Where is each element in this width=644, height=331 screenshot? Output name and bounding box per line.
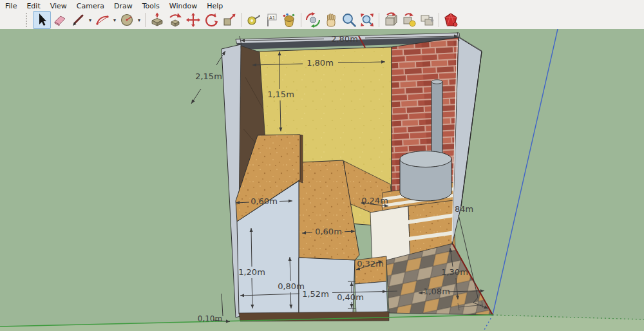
pencil-icon — [70, 12, 86, 28]
move-icon — [185, 12, 201, 28]
bench-front-mid[interactable] — [299, 258, 355, 314]
stove-top — [400, 151, 451, 167]
menu-item-draw[interactable]: Draw — [114, 2, 133, 10]
circle-tool-button[interactable] — [118, 11, 136, 29]
red-gem-icon — [443, 12, 459, 28]
chimney-top — [431, 80, 442, 84]
arc-tool-dropdown[interactable]: ▾ — [111, 17, 118, 23]
next-view-icon — [401, 12, 417, 28]
menu-item-tools[interactable]: Tools — [142, 2, 160, 10]
rotate-tool-button[interactable] — [202, 11, 220, 29]
zoom-icon — [341, 12, 357, 28]
protractor-icon — [95, 12, 110, 28]
views-icon — [419, 12, 435, 28]
menu-item-camera[interactable]: Camera — [77, 2, 104, 10]
svg-text:2,80m: 2,80m — [331, 34, 358, 44]
arc-tool-button[interactable] — [93, 11, 111, 29]
sauna-model[interactable] — [222, 33, 493, 321]
tape-measure-icon — [245, 12, 261, 28]
svg-text:1,20m: 1,20m — [238, 267, 265, 277]
toolbar-separator — [145, 13, 146, 27]
svg-text:0,24m: 0,24m — [361, 196, 388, 205]
zoom-extents-tool-button[interactable] — [358, 11, 376, 29]
follow-me-tool-button[interactable] — [166, 11, 184, 29]
zoom-tool-button[interactable] — [340, 11, 358, 29]
pan-hand-icon — [323, 12, 339, 28]
next-view-button[interactable] — [400, 11, 418, 29]
toolbar: ▾ ▾ ▾ — [0, 11, 644, 30]
svg-text:0,60m: 0,60m — [251, 196, 278, 206]
svg-text:1,15m: 1,15m — [267, 90, 294, 99]
menu-item-file[interactable]: File — [5, 2, 17, 10]
menu-item-help[interactable]: Help — [207, 2, 223, 10]
svg-text:1,08m: 1,08m — [423, 287, 450, 296]
select-arrow-icon — [34, 12, 50, 28]
svg-text:0,80m: 0,80m — [278, 281, 305, 291]
svg-text:1,80m: 1,80m — [307, 58, 334, 68]
red-gem-button[interactable] — [442, 11, 460, 29]
dimension-step-depth[interactable]: 0,32m — [356, 259, 384, 270]
menu-item-edit[interactable]: Edit — [26, 2, 40, 10]
rotate-icon — [204, 12, 219, 28]
svg-text:84m: 84m — [455, 204, 473, 214]
a1-glyph: A1 — [269, 15, 275, 21]
toolbar-separator — [241, 13, 242, 27]
move-tool-button[interactable] — [184, 11, 202, 29]
text-tool-icon: A1 — [263, 12, 279, 28]
select-tool-button[interactable] — [33, 11, 51, 29]
viewport-3d[interactable]: 2,80m 2,15m 1,80m 1,15m 0,6 — [0, 29, 644, 331]
eraser-tool-button[interactable] — [51, 11, 69, 29]
svg-text:0,40m: 0,40m — [337, 292, 364, 302]
views-button[interactable] — [418, 11, 436, 29]
push-pull-tool-button[interactable] — [148, 11, 166, 29]
toolbar-separator — [379, 13, 379, 27]
line-tool-dropdown[interactable]: ▾ — [87, 17, 93, 23]
tape-measure-tool-button[interactable] — [244, 11, 262, 29]
menu-item-view[interactable]: View — [50, 2, 67, 10]
toolbar-drag-handle[interactable] — [26, 13, 29, 27]
sketchup-window: File Edit View Camera Draw Tools Window … — [0, 0, 644, 331]
svg-text:2,15m: 2,15m — [195, 71, 222, 81]
model-canvas[interactable]: 2,80m 2,15m 1,80m 1,15m 0,6 — [0, 29, 644, 331]
orbit-icon — [305, 12, 321, 28]
svg-text:0,10m: 0,10m — [198, 314, 222, 323]
toolbar-separator — [301, 13, 301, 27]
scale-icon — [222, 12, 237, 28]
zoom-extents-icon — [359, 12, 375, 28]
previous-view-button[interactable] — [382, 11, 400, 29]
follow-me-icon — [167, 12, 183, 28]
eraser-icon — [52, 12, 68, 28]
menu-bar: File Edit View Camera Draw Tools Window … — [0, 0, 644, 11]
dimension-ledge-depth[interactable]: 0,24m — [361, 196, 388, 206]
paint-bucket-tool-button[interactable] — [280, 11, 298, 29]
orbit-tool-button[interactable] — [304, 11, 322, 29]
svg-text:1,52m: 1,52m — [302, 289, 329, 299]
scale-tool-button[interactable] — [220, 11, 238, 29]
text-tool-button[interactable]: A1 — [262, 11, 280, 29]
svg-text:1,30m: 1,30m — [441, 267, 468, 277]
circle-tool-icon — [119, 12, 135, 28]
push-pull-icon — [149, 12, 165, 28]
line-tool-button[interactable] — [69, 11, 87, 29]
menu-item-window[interactable]: Window — [169, 2, 197, 10]
previous-view-icon — [383, 12, 399, 28]
stove-pedestal-front[interactable] — [370, 206, 410, 264]
circle-tool-dropdown[interactable]: ▾ — [136, 17, 142, 23]
pan-tool-button[interactable] — [322, 11, 340, 29]
paint-bucket-icon — [281, 12, 297, 28]
svg-text:0,32m: 0,32m — [357, 259, 384, 269]
toolbar-separator — [439, 13, 439, 27]
svg-text:0,60m: 0,60m — [315, 227, 342, 236]
